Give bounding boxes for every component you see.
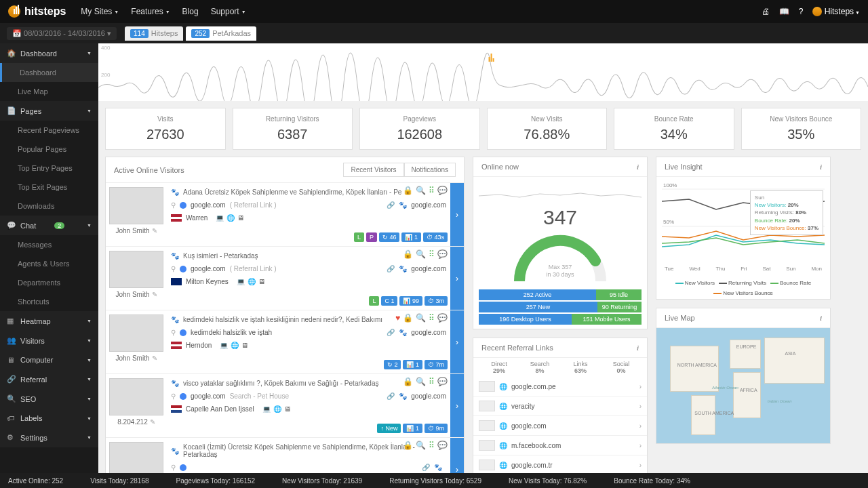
referral-row[interactable]: 🌐google.com.pe› [473, 377, 647, 396]
chat-icon[interactable]: 💬 [437, 186, 448, 195]
link-icon: 🔗 [422, 464, 430, 471]
world-map[interactable]: NORTH AMERICA EUROPE ASIA AFRICA SOUTH A… [656, 328, 830, 443]
info-icon[interactable]: i [637, 163, 639, 171]
visitor-card: John Smith ✎ 🐾Adana Ücretsiz Köpek Sahip… [106, 183, 464, 247]
search-icon[interactable]: 🔍 [416, 377, 426, 386]
date-range[interactable]: 📅 08/03/2016 - 14/03/2016 ▾ [7, 27, 117, 40]
site-tab-hitsteps[interactable]: 114Hitsteps [125, 26, 183, 41]
grid-icon[interactable]: ⠿ [429, 249, 435, 259]
site-tab-petarkadas[interactable]: 252PetArkadas [186, 26, 256, 41]
referral-row[interactable]: 🌐m.facebook.com› [473, 436, 647, 455]
sidebar-sub-agents-&-users[interactable]: Agents & Users [0, 254, 98, 273]
svg-rect-1 [491, 54, 492, 62]
sidebar-sub-top-exit-pages[interactable]: Top Exit Pages [0, 178, 98, 197]
grid-icon[interactable]: ⠿ [429, 313, 435, 323]
referral-row[interactable]: 🌐google.com.tr› [473, 455, 647, 473]
sidebar-sub-messages[interactable]: Messages [0, 235, 98, 254]
info-icon[interactable]: i [637, 344, 639, 352]
lock-icon[interactable]: 🔒 [403, 313, 413, 323]
sidebar-item-pages[interactable]: 📄Pages▼ [0, 101, 98, 121]
google-icon [180, 202, 186, 209]
heart-icon[interactable]: ♥ [395, 313, 400, 323]
visitor-card: John Smith ✎ 🐾kedimdeki halsizlik ve işt… [106, 310, 464, 374]
sidebar-sub-live-map[interactable]: Live Map [0, 82, 98, 101]
expand-arrow[interactable]: › [450, 374, 464, 437]
lock-icon[interactable]: 🔒 [403, 186, 413, 195]
sidebar-item-computer[interactable]: 🖥Computer▼ [0, 350, 98, 369]
panel-title: Active Online Visitors [114, 166, 343, 174]
sidebar-item-dashboard[interactable]: 🏠Dashboard▼ [0, 43, 98, 63]
chat-icon[interactable]: 💬 [437, 377, 448, 386]
chevron-right-icon: › [639, 442, 642, 449]
help-icon[interactable]: ? [799, 7, 804, 16]
brand-logo[interactable]: hitsteps [8, 5, 66, 18]
browser-icon: 🌐 [226, 214, 235, 222]
grid-icon[interactable]: ⠿ [429, 377, 435, 386]
info-icon[interactable]: i [820, 314, 822, 322]
sidebar-sub-departments[interactable]: Departments [0, 273, 98, 292]
grid-icon[interactable]: ⠿ [429, 441, 435, 450]
search-icon[interactable]: 🔍 [416, 249, 426, 259]
tab-notifications[interactable]: Notifications [404, 163, 456, 177]
sidebar-sub-downloads[interactable]: Downloads [0, 197, 98, 216]
expand-arrow[interactable]: › [450, 247, 464, 310]
panel-title: Recent Referral Links [481, 344, 637, 352]
tag-icon: 🏷 [7, 414, 15, 422]
stat-card: New Visits76.88% [487, 108, 608, 150]
stat-card: New Visitors Bounce35% [741, 108, 862, 150]
menu-mysites[interactable]: My Sites▼ [81, 7, 119, 16]
search-icon[interactable]: 🔍 [416, 441, 426, 450]
print-icon[interactable]: 🖨 [762, 7, 770, 16]
chat-icon[interactable]: 💬 [437, 313, 448, 323]
favicon: 🌐 [499, 462, 507, 469]
sidebar-item-heatmap[interactable]: ▦Heatmap▼ [0, 311, 98, 331]
grid-icon[interactable]: ⠿ [429, 186, 435, 195]
visitor-card: ✎ 🐾Kocaeli (İzmit) Ücretsiz Köpek Sahipl… [106, 438, 464, 473]
main-content: 400 200 Visits27630Returning Visitors638… [98, 43, 868, 473]
stat-card: Returning Visitors6387 [233, 108, 353, 150]
chevron-right-icon: › [639, 462, 642, 469]
edit-icon[interactable]: ✎ [152, 291, 157, 298]
sidebar-item-labels[interactable]: 🏷Labels▼ [0, 409, 98, 428]
device-icon: 🖥 [258, 278, 265, 285]
edit-icon[interactable]: ✎ [152, 227, 157, 235]
sidebar-sub-top-entry-pages[interactable]: Top Entry Pages [0, 159, 98, 178]
lock-icon[interactable]: 🔒 [403, 441, 413, 450]
search-icon[interactable]: 🔍 [416, 186, 426, 195]
monitor-icon: 🖥 [7, 356, 15, 364]
sidebar-sub-dashboard[interactable]: Dashboard [0, 63, 98, 82]
lock-icon[interactable]: 🔒 [403, 377, 413, 386]
sidebar-item-settings[interactable]: ⚙Settings▼ [0, 428, 98, 447]
sidebar-sub-recent-pageviews[interactable]: Recent Pageviews [0, 121, 98, 140]
referral-row[interactable]: 🌐google.com› [473, 416, 647, 436]
edit-icon[interactable]: ✎ [150, 418, 155, 426]
grid-icon: ▦ [7, 317, 15, 325]
link-icon: 🔗 [7, 375, 15, 384]
expand-arrow[interactable]: › [450, 310, 464, 373]
menu-blog[interactable]: Blog [182, 7, 199, 16]
favicon: 🌐 [499, 442, 507, 449]
favicon: 🌐 [499, 403, 507, 410]
sidebar-sub-popular-pages[interactable]: Popular Pages [0, 140, 98, 159]
book-icon[interactable]: 📖 [779, 7, 789, 16]
referral-row[interactable]: 🌐veracity› [473, 396, 647, 416]
sidebar-item-visitors[interactable]: 👥Visitors▼ [0, 331, 98, 350]
sidebar-item-seo[interactable]: 🔍SEO▼ [0, 389, 98, 409]
lock-icon[interactable]: 🔒 [403, 249, 413, 259]
edit-icon[interactable]: ✎ [152, 354, 157, 362]
info-icon[interactable]: i [820, 163, 822, 171]
menu-features[interactable]: Features▼ [131, 7, 170, 16]
user-menu[interactable]: Hitsteps▼ [812, 7, 860, 17]
sidebar-item-referral[interactable]: 🔗Referral▼ [0, 369, 98, 389]
search-icon[interactable]: 🔍 [416, 313, 426, 323]
chat-icon[interactable]: 💬 [437, 441, 448, 450]
chat-icon[interactable]: 💬 [437, 249, 448, 259]
tab-recent-visitors[interactable]: Recent Visitors [343, 163, 403, 177]
menu-support[interactable]: Support▼ [211, 7, 246, 16]
sidebar-item-chat[interactable]: 💬Chat2▼ [0, 216, 98, 235]
expand-arrow[interactable]: › [450, 183, 464, 246]
stats-row: Visits27630Returning Visitors6387Pagevie… [98, 101, 868, 157]
expand-arrow[interactable]: › [450, 438, 464, 473]
sidebar-sub-shortcuts[interactable]: Shortcuts [0, 292, 98, 311]
svg-rect-2 [493, 58, 494, 62]
